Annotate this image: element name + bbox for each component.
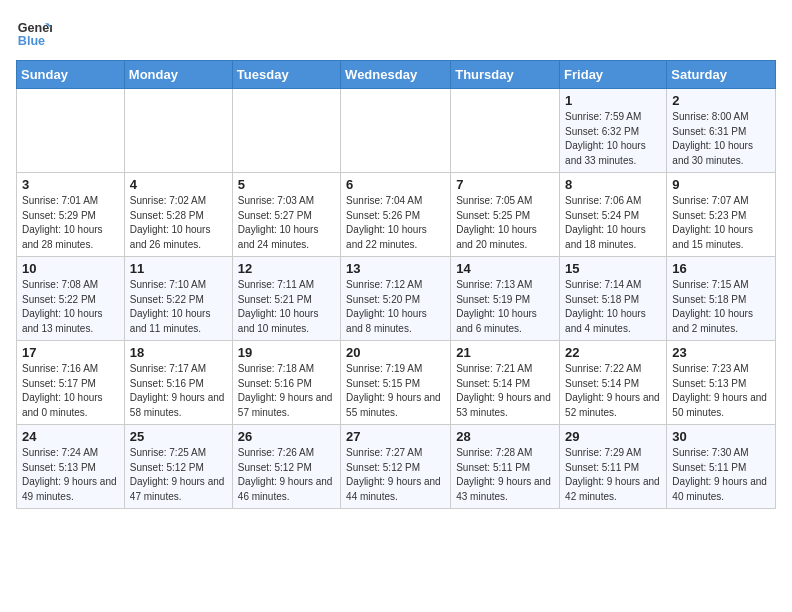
calendar-cell: 14Sunrise: 7:13 AM Sunset: 5:19 PM Dayli… (451, 257, 560, 341)
day-info: Sunrise: 7:29 AM Sunset: 5:11 PM Dayligh… (565, 446, 661, 504)
day-info: Sunrise: 7:19 AM Sunset: 5:15 PM Dayligh… (346, 362, 445, 420)
day-number: 15 (565, 261, 661, 276)
day-number: 29 (565, 429, 661, 444)
day-number: 13 (346, 261, 445, 276)
day-of-week-header: Wednesday (341, 61, 451, 89)
calendar-cell (232, 89, 340, 173)
day-number: 8 (565, 177, 661, 192)
day-info: Sunrise: 7:08 AM Sunset: 5:22 PM Dayligh… (22, 278, 119, 336)
calendar-cell: 19Sunrise: 7:18 AM Sunset: 5:16 PM Dayli… (232, 341, 340, 425)
calendar-cell: 22Sunrise: 7:22 AM Sunset: 5:14 PM Dayli… (560, 341, 667, 425)
day-info: Sunrise: 7:03 AM Sunset: 5:27 PM Dayligh… (238, 194, 335, 252)
calendar-cell: 28Sunrise: 7:28 AM Sunset: 5:11 PM Dayli… (451, 425, 560, 509)
day-of-week-header: Saturday (667, 61, 776, 89)
calendar-cell: 15Sunrise: 7:14 AM Sunset: 5:18 PM Dayli… (560, 257, 667, 341)
calendar-cell: 3Sunrise: 7:01 AM Sunset: 5:29 PM Daylig… (17, 173, 125, 257)
svg-text:Blue: Blue (18, 34, 45, 48)
header: General Blue (16, 16, 776, 52)
day-info: Sunrise: 7:14 AM Sunset: 5:18 PM Dayligh… (565, 278, 661, 336)
day-number: 23 (672, 345, 770, 360)
calendar-week-row: 24Sunrise: 7:24 AM Sunset: 5:13 PM Dayli… (17, 425, 776, 509)
calendar: SundayMondayTuesdayWednesdayThursdayFrid… (16, 60, 776, 509)
calendar-cell: 18Sunrise: 7:17 AM Sunset: 5:16 PM Dayli… (124, 341, 232, 425)
logo-icon: General Blue (16, 16, 52, 52)
day-info: Sunrise: 7:59 AM Sunset: 6:32 PM Dayligh… (565, 110, 661, 168)
day-of-week-header: Monday (124, 61, 232, 89)
calendar-week-row: 17Sunrise: 7:16 AM Sunset: 5:17 PM Dayli… (17, 341, 776, 425)
day-number: 30 (672, 429, 770, 444)
day-info: Sunrise: 7:04 AM Sunset: 5:26 PM Dayligh… (346, 194, 445, 252)
day-info: Sunrise: 7:13 AM Sunset: 5:19 PM Dayligh… (456, 278, 554, 336)
day-info: Sunrise: 7:12 AM Sunset: 5:20 PM Dayligh… (346, 278, 445, 336)
day-of-week-header: Tuesday (232, 61, 340, 89)
day-info: Sunrise: 7:26 AM Sunset: 5:12 PM Dayligh… (238, 446, 335, 504)
day-number: 12 (238, 261, 335, 276)
calendar-cell: 29Sunrise: 7:29 AM Sunset: 5:11 PM Dayli… (560, 425, 667, 509)
calendar-cell (341, 89, 451, 173)
day-info: Sunrise: 7:24 AM Sunset: 5:13 PM Dayligh… (22, 446, 119, 504)
day-info: Sunrise: 7:16 AM Sunset: 5:17 PM Dayligh… (22, 362, 119, 420)
calendar-cell: 12Sunrise: 7:11 AM Sunset: 5:21 PM Dayli… (232, 257, 340, 341)
calendar-cell: 17Sunrise: 7:16 AM Sunset: 5:17 PM Dayli… (17, 341, 125, 425)
day-number: 2 (672, 93, 770, 108)
calendar-week-row: 10Sunrise: 7:08 AM Sunset: 5:22 PM Dayli… (17, 257, 776, 341)
day-number: 17 (22, 345, 119, 360)
calendar-cell: 4Sunrise: 7:02 AM Sunset: 5:28 PM Daylig… (124, 173, 232, 257)
day-number: 16 (672, 261, 770, 276)
day-number: 11 (130, 261, 227, 276)
day-info: Sunrise: 7:01 AM Sunset: 5:29 PM Dayligh… (22, 194, 119, 252)
calendar-cell: 1Sunrise: 7:59 AM Sunset: 6:32 PM Daylig… (560, 89, 667, 173)
calendar-cell: 24Sunrise: 7:24 AM Sunset: 5:13 PM Dayli… (17, 425, 125, 509)
calendar-cell: 16Sunrise: 7:15 AM Sunset: 5:18 PM Dayli… (667, 257, 776, 341)
day-number: 9 (672, 177, 770, 192)
calendar-cell: 10Sunrise: 7:08 AM Sunset: 5:22 PM Dayli… (17, 257, 125, 341)
day-number: 25 (130, 429, 227, 444)
calendar-cell: 23Sunrise: 7:23 AM Sunset: 5:13 PM Dayli… (667, 341, 776, 425)
calendar-cell (451, 89, 560, 173)
day-of-week-header: Sunday (17, 61, 125, 89)
calendar-cell: 9Sunrise: 7:07 AM Sunset: 5:23 PM Daylig… (667, 173, 776, 257)
calendar-cell (124, 89, 232, 173)
day-info: Sunrise: 7:07 AM Sunset: 5:23 PM Dayligh… (672, 194, 770, 252)
day-info: Sunrise: 7:06 AM Sunset: 5:24 PM Dayligh… (565, 194, 661, 252)
day-info: Sunrise: 7:10 AM Sunset: 5:22 PM Dayligh… (130, 278, 227, 336)
day-info: Sunrise: 7:15 AM Sunset: 5:18 PM Dayligh… (672, 278, 770, 336)
day-number: 24 (22, 429, 119, 444)
day-number: 6 (346, 177, 445, 192)
calendar-cell: 25Sunrise: 7:25 AM Sunset: 5:12 PM Dayli… (124, 425, 232, 509)
logo: General Blue (16, 16, 52, 52)
calendar-cell: 21Sunrise: 7:21 AM Sunset: 5:14 PM Dayli… (451, 341, 560, 425)
day-info: Sunrise: 7:18 AM Sunset: 5:16 PM Dayligh… (238, 362, 335, 420)
day-number: 19 (238, 345, 335, 360)
day-info: Sunrise: 7:30 AM Sunset: 5:11 PM Dayligh… (672, 446, 770, 504)
day-info: Sunrise: 7:11 AM Sunset: 5:21 PM Dayligh… (238, 278, 335, 336)
calendar-cell: 13Sunrise: 7:12 AM Sunset: 5:20 PM Dayli… (341, 257, 451, 341)
calendar-cell: 20Sunrise: 7:19 AM Sunset: 5:15 PM Dayli… (341, 341, 451, 425)
day-number: 22 (565, 345, 661, 360)
day-number: 5 (238, 177, 335, 192)
day-number: 20 (346, 345, 445, 360)
calendar-header-row: SundayMondayTuesdayWednesdayThursdayFrid… (17, 61, 776, 89)
calendar-cell: 30Sunrise: 7:30 AM Sunset: 5:11 PM Dayli… (667, 425, 776, 509)
day-number: 3 (22, 177, 119, 192)
calendar-cell: 7Sunrise: 7:05 AM Sunset: 5:25 PM Daylig… (451, 173, 560, 257)
day-info: Sunrise: 7:21 AM Sunset: 5:14 PM Dayligh… (456, 362, 554, 420)
day-info: Sunrise: 8:00 AM Sunset: 6:31 PM Dayligh… (672, 110, 770, 168)
day-number: 4 (130, 177, 227, 192)
calendar-week-row: 1Sunrise: 7:59 AM Sunset: 6:32 PM Daylig… (17, 89, 776, 173)
calendar-cell: 6Sunrise: 7:04 AM Sunset: 5:26 PM Daylig… (341, 173, 451, 257)
day-number: 10 (22, 261, 119, 276)
day-number: 28 (456, 429, 554, 444)
day-of-week-header: Thursday (451, 61, 560, 89)
day-number: 14 (456, 261, 554, 276)
day-number: 27 (346, 429, 445, 444)
calendar-cell: 5Sunrise: 7:03 AM Sunset: 5:27 PM Daylig… (232, 173, 340, 257)
day-number: 7 (456, 177, 554, 192)
calendar-cell: 26Sunrise: 7:26 AM Sunset: 5:12 PM Dayli… (232, 425, 340, 509)
day-info: Sunrise: 7:23 AM Sunset: 5:13 PM Dayligh… (672, 362, 770, 420)
calendar-cell: 8Sunrise: 7:06 AM Sunset: 5:24 PM Daylig… (560, 173, 667, 257)
day-info: Sunrise: 7:22 AM Sunset: 5:14 PM Dayligh… (565, 362, 661, 420)
day-info: Sunrise: 7:05 AM Sunset: 5:25 PM Dayligh… (456, 194, 554, 252)
day-info: Sunrise: 7:02 AM Sunset: 5:28 PM Dayligh… (130, 194, 227, 252)
calendar-cell (17, 89, 125, 173)
